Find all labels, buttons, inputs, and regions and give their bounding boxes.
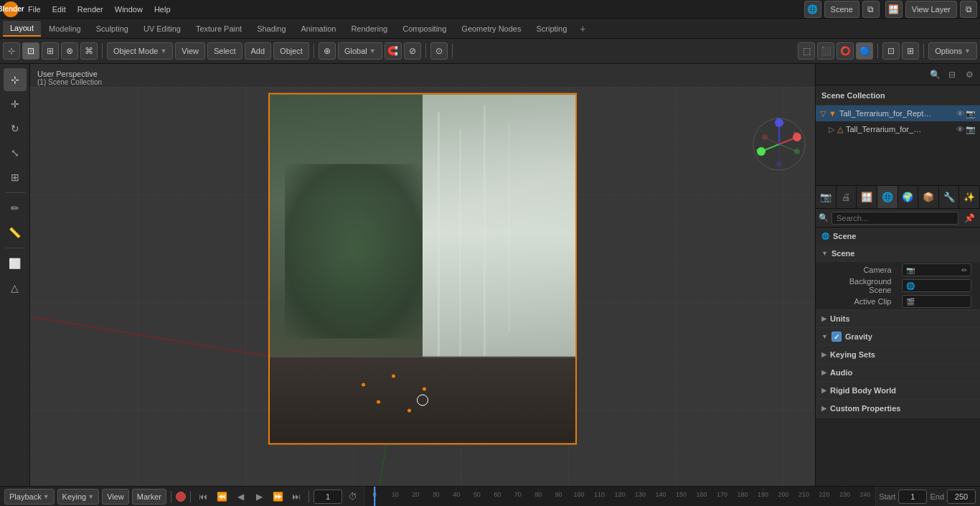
tab-uv-editing[interactable]: UV Editing	[136, 22, 188, 36]
view-menu[interactable]: View	[175, 42, 205, 60]
select-tool-icon[interactable]: ⊡	[22, 42, 39, 60]
background-scene-value[interactable]: 🌐	[902, 279, 972, 292]
add-workspace-tab[interactable]: +	[575, 21, 590, 37]
add-cone-btn[interactable]: △	[4, 276, 27, 299]
add-menu[interactable]: Add	[245, 42, 272, 60]
tab-modeling[interactable]: Modeling	[42, 22, 88, 36]
outliner-item-1[interactable]: ▷ △ Tall_Terrarium_for_Reptili 👁 📷	[816, 121, 980, 137]
tl-play-back-btn[interactable]: ◀	[232, 489, 248, 505]
props-world-icon[interactable]: 🌍	[898, 186, 919, 208]
right-panel-search-icon[interactable]: 🔍	[927, 67, 943, 83]
snap-magnet-icon[interactable]: 🧲	[385, 42, 402, 60]
props-pin-icon[interactable]: 📌	[961, 210, 977, 226]
outliner-item-0[interactable]: ▽ ▼ Tall_Terrarium_for_Reptiles_w 👁 📷	[816, 106, 980, 121]
tl-keying-btn[interactable]: Keying ▼	[57, 489, 100, 505]
select-menu[interactable]: Select	[207, 42, 242, 60]
outliner-render-0[interactable]: 📷	[966, 109, 976, 118]
scene-name[interactable]: Scene	[824, 1, 859, 18]
props-render-icon[interactable]: 📷	[816, 186, 837, 208]
tl-jump-end-btn[interactable]: ⏭	[288, 489, 304, 505]
tab-texture-paint[interactable]: Texture Paint	[189, 22, 249, 36]
menu-window[interactable]: Window	[110, 4, 148, 15]
snap-options-icon[interactable]: ⊘	[404, 42, 421, 60]
proportional-edit-icon[interactable]: ⊙	[430, 42, 448, 60]
tl-record-btn[interactable]	[176, 492, 186, 502]
camera-value[interactable]: 📷 ✏	[902, 263, 972, 276]
outliner-visibility-0[interactable]: 👁	[956, 109, 964, 118]
view-layer-copy-icon[interactable]: ⧉	[960, 1, 977, 18]
menu-help[interactable]: Help	[149, 4, 176, 15]
props-output-icon[interactable]: 🖨	[837, 186, 857, 208]
transform-pivot-icon[interactable]: ⊕	[319, 42, 336, 60]
props-keying-sets-header[interactable]: ▶ Keying Sets	[816, 346, 980, 363]
props-view-layer-icon[interactable]: 🪟	[857, 186, 877, 208]
viewport-shading-wire[interactable]: ⬚	[798, 42, 815, 60]
tab-layout[interactable]: Layout	[3, 21, 41, 37]
gravity-checkbox[interactable]: ✓	[831, 332, 842, 342]
object-mode-selector[interactable]: Object Mode ▼	[107, 42, 173, 60]
viewport-shading-material[interactable]: ⭕	[837, 42, 854, 60]
select-lasso-icon[interactable]: ⌘	[80, 42, 98, 60]
props-custom-props-header[interactable]: ▶ Custom Properties	[816, 400, 980, 417]
viewport-shading-render[interactable]: 🔵	[856, 42, 873, 60]
timeline-ruler[interactable]: 0 10 20 30 40 50 60 70 80 90 100 110 120	[364, 487, 876, 507]
annotate-tool-btn[interactable]: ✏	[4, 197, 27, 220]
select-box-icon[interactable]: ⊞	[42, 42, 59, 60]
right-panel-filter-icon[interactable]: ⊟	[944, 67, 960, 83]
tab-geometry-nodes[interactable]: Geometry Nodes	[454, 22, 528, 36]
object-menu[interactable]: Object	[273, 42, 309, 60]
scale-tool-btn[interactable]: ⤡	[4, 141, 27, 164]
props-audio-header[interactable]: ▶ Audio	[816, 364, 980, 381]
scene-selector-icon[interactable]: 🌐	[804, 1, 821, 18]
props-units-header[interactable]: ▶ Units	[816, 310, 980, 327]
right-panel-settings-icon[interactable]: ⚙	[961, 67, 977, 83]
tl-playback-btn[interactable]: Playback ▼	[4, 489, 55, 505]
tl-step-back-btn[interactable]: ⏪	[214, 489, 230, 505]
tl-jump-start-btn[interactable]: ⏮	[195, 489, 211, 505]
tl-marker-btn[interactable]: Marker	[132, 489, 166, 505]
add-cube-btn[interactable]: ⬜	[4, 252, 27, 275]
tl-end-frame-input[interactable]	[947, 489, 976, 504]
tl-step-fwd-btn[interactable]: ⏩	[270, 489, 286, 505]
tab-animation[interactable]: Animation	[294, 22, 344, 36]
tab-scripting[interactable]: Scripting	[529, 22, 574, 36]
tab-rendering[interactable]: Rendering	[344, 22, 395, 36]
tl-view-btn[interactable]: View	[102, 489, 129, 505]
props-modifier-icon[interactable]: 🔧	[939, 186, 960, 208]
transform-tool-btn[interactable]: ⊞	[4, 166, 27, 189]
menu-render[interactable]: Render	[72, 4, 108, 15]
props-scene-main-header[interactable]: 🌐 Scene	[816, 228, 980, 245]
tab-compositing[interactable]: Compositing	[395, 22, 453, 36]
tl-current-frame-input[interactable]	[314, 489, 342, 504]
scene-copy-icon[interactable]: ⧉	[862, 1, 880, 18]
overlay-toggle[interactable]: ⊡	[882, 42, 900, 60]
props-gravity-header[interactable]: ▼ ✓ Gravity	[816, 328, 980, 345]
props-scene-icon[interactable]: 🌐	[877, 186, 898, 208]
gizmo-toggle[interactable]: ⊞	[902, 42, 919, 60]
viewport[interactable]: User Perspective (1) Scene Collection	[30, 64, 815, 486]
tl-start-frame-input[interactable]	[898, 489, 927, 504]
properties-search-input[interactable]	[831, 212, 958, 225]
nav-gizmo[interactable]: X Y Z	[750, 116, 808, 173]
camera-edit-icon[interactable]: ✏	[961, 266, 967, 274]
props-rigid-body-header[interactable]: ▶ Rigid Body World	[816, 382, 980, 399]
props-particles-icon[interactable]: ✨	[959, 186, 980, 208]
cursor-tool-icon[interactable]: ⊹	[3, 42, 20, 60]
select-circle-icon[interactable]: ⊗	[61, 42, 78, 60]
transform-orientation[interactable]: Global ▼	[338, 42, 382, 60]
options-btn[interactable]: Options ▼	[928, 42, 977, 60]
measure-tool-btn[interactable]: 📏	[4, 221, 27, 244]
active-clip-value[interactable]: 🎬	[902, 295, 972, 308]
menu-edit[interactable]: Edit	[47, 4, 71, 15]
outliner-visibility-1[interactable]: 👁	[956, 125, 964, 134]
view-layer-icon[interactable]: 🪟	[885, 1, 903, 18]
props-scene-section-header[interactable]: ▼ Scene	[816, 245, 980, 262]
tl-play-btn[interactable]: ▶	[251, 489, 267, 505]
menu-file[interactable]: File	[23, 4, 46, 15]
move-tool-btn[interactable]: ✛	[4, 93, 27, 116]
tab-sculpting[interactable]: Sculpting	[89, 22, 136, 36]
rotate-tool-btn[interactable]: ↻	[4, 117, 27, 140]
cursor-tool-btn[interactable]: ⊹	[4, 68, 27, 91]
tl-clock-icon[interactable]: ⏱	[345, 489, 361, 505]
viewport-shading-solid[interactable]: ⬛	[817, 42, 834, 60]
